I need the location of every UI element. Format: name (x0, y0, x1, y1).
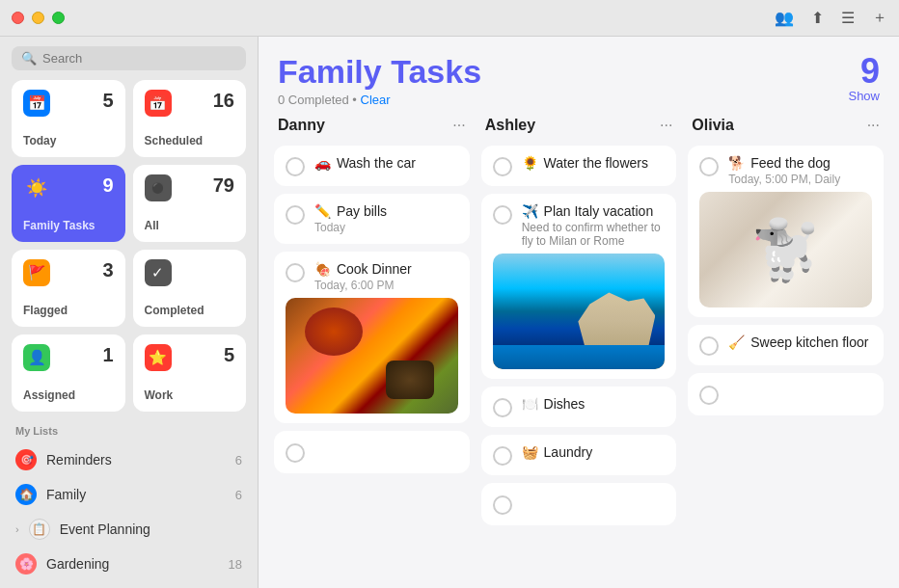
task-laundry[interactable]: 🧺 Laundry (481, 435, 677, 475)
scheduled-icon: 📅 (145, 90, 172, 117)
task-image-cook-dinner (286, 298, 458, 414)
dot-separator: • (352, 93, 360, 107)
task-feed-dog[interactable]: 🐕 Feed the dog Today, 5:00 PM, Daily 🐩 (688, 146, 884, 317)
task-circle-cook-dinner[interactable] (286, 263, 305, 282)
main-header: Family Tasks 0 Completed • Clear 9 Show (259, 37, 899, 117)
scheduled-count: 16 (213, 90, 234, 112)
smart-item-today[interactable]: 📅 5 Today (12, 80, 125, 157)
collab-icon[interactable]: 👥 (775, 9, 794, 27)
task-content-wash-car: 🚗 Wash the car (314, 155, 458, 171)
family-dot: 🏠 (15, 484, 37, 505)
task-circle-feed-dog[interactable] (699, 157, 719, 176)
task-circle-laundry[interactable] (493, 446, 512, 466)
family-name: Family (46, 487, 86, 502)
column-name-danny: Danny (278, 117, 325, 134)
search-icon: 🔍 (21, 51, 37, 66)
family-tasks-icon: ☀️ (23, 174, 50, 201)
smart-item-all[interactable]: ⚫ 79 All (133, 165, 247, 242)
maximize-button[interactable] (52, 12, 65, 24)
expand-arrow-icon: › (15, 523, 19, 535)
list-item-event-planning[interactable]: › 📋 Event Planning (8, 512, 250, 547)
main-header-right: 9 Show (848, 54, 880, 103)
show-button[interactable]: Show (848, 89, 880, 103)
cook-dinner-emoji: 🍖 (314, 261, 331, 277)
task-image-italy (493, 254, 666, 369)
completed-label-text: Completed (288, 93, 349, 107)
pay-bills-emoji: ✏️ (314, 203, 331, 219)
task-dishes[interactable]: 🍽️ Dishes (481, 387, 677, 427)
task-italy-vacation[interactable]: ✈️ Plan Italy vacation Need to confirm w… (481, 194, 677, 379)
sidebar: 🔍 📅 5 Today 📅 16 Scheduled (0, 37, 259, 588)
task-circle-italy[interactable] (493, 205, 512, 225)
smart-item-completed[interactable]: ✓ Completed (133, 250, 247, 327)
event-planning-name: Event Planning (60, 521, 150, 537)
page-title: Family Tasks (278, 54, 481, 90)
clear-button[interactable]: Clear (361, 93, 391, 107)
smart-item-work[interactable]: ⭐ 5 Work (133, 334, 247, 412)
smart-item-scheduled[interactable]: 📅 16 Scheduled (133, 80, 247, 157)
reminders-name: Reminders (46, 452, 112, 468)
task-circle-empty-ashley[interactable] (493, 495, 512, 515)
task-content-italy: ✈️ Plan Italy vacation Need to confirm w… (522, 203, 666, 248)
smart-item-flagged[interactable]: 🚩 3 Flagged (12, 250, 125, 327)
work-count: 5 (224, 344, 234, 366)
family-tasks-count: 9 (102, 174, 113, 197)
today-icon: 📅 (23, 90, 50, 117)
completed-icon: ✓ (145, 259, 172, 286)
column-more-olivia[interactable]: ··· (867, 117, 880, 134)
assigned-icon: 👤 (23, 344, 50, 371)
dishes-emoji: 🍽️ (522, 396, 538, 412)
task-circle-empty-olivia[interactable] (699, 386, 719, 405)
completed-status: 0 Completed • Clear (278, 93, 481, 107)
list-item-family[interactable]: 🏠 Family 6 (8, 477, 250, 512)
column-more-danny[interactable]: ··· (452, 117, 465, 134)
task-content-cook-dinner: 🍖 Cook Dinner Today, 6:00 PM (314, 261, 412, 292)
close-button[interactable] (12, 12, 24, 24)
task-circle-empty-danny[interactable] (286, 443, 305, 463)
minimize-button[interactable] (32, 12, 44, 24)
smart-lists: 📅 5 Today 📅 16 Scheduled ☀️ 9 Family (0, 80, 258, 421)
task-title-feed-dog: 🐕 Feed the dog (728, 155, 840, 171)
task-circle-dishes[interactable] (493, 398, 512, 417)
smart-item-family-tasks[interactable]: ☀️ 9 Family Tasks (12, 165, 125, 242)
completed-label: Completed (145, 304, 235, 317)
app-body: 🔍 📅 5 Today 📅 16 Scheduled (0, 37, 899, 588)
task-title-sweep: 🧹 Sweep kitchen floor (728, 334, 872, 350)
column-header-danny: Danny ··· (274, 117, 470, 138)
list-view-icon[interactable]: ☰ (841, 9, 855, 27)
all-count: 79 (213, 174, 234, 197)
list-items: 🎯 Reminders 6 🏠 Family 6 › 📋 Event Plann… (0, 442, 258, 588)
list-item-reminders[interactable]: 🎯 Reminders 6 (8, 442, 250, 477)
share-icon[interactable]: ⬆ (811, 9, 824, 27)
column-name-olivia: Olivia (692, 117, 734, 134)
task-sweep-kitchen[interactable]: 🧹 Sweep kitchen floor (688, 325, 884, 365)
task-title-laundry: 🧺 Laundry (522, 444, 666, 460)
task-content-sweep: 🧹 Sweep kitchen floor (728, 334, 872, 350)
task-circle-sweep[interactable] (699, 336, 719, 356)
task-circle-pay-bills[interactable] (286, 205, 305, 225)
completed-count-text: 0 (278, 93, 285, 107)
task-content-feed-dog: 🐕 Feed the dog Today, 5:00 PM, Daily (728, 155, 840, 186)
reminders-count: 6 (235, 453, 242, 468)
task-wash-car[interactable]: 🚗 Wash the car (274, 146, 470, 186)
search-input[interactable] (42, 51, 236, 66)
task-pay-bills[interactable]: ✏️ Pay bills Today (274, 194, 470, 244)
show-count: 9 (860, 54, 880, 89)
task-title-water-flowers: 🌻 Water the flowers (522, 155, 666, 171)
list-item-plants[interactable]: 🌿 Plants to get 4 (8, 581, 250, 588)
add-task-icon[interactable]: ＋ (872, 8, 887, 28)
smart-item-assigned[interactable]: 👤 1 Assigned (12, 334, 125, 412)
column-more-ashley[interactable]: ··· (660, 117, 672, 134)
task-circle-water-flowers[interactable] (493, 157, 512, 176)
gardening-count: 18 (229, 557, 242, 572)
task-circle-wash-car[interactable] (286, 157, 305, 176)
task-cook-dinner[interactable]: 🍖 Cook Dinner Today, 6:00 PM (274, 252, 470, 423)
italy-emoji: ✈️ (522, 203, 538, 219)
reminders-dot: 🎯 (15, 449, 37, 470)
flagged-label: Flagged (23, 304, 114, 317)
task-water-flowers[interactable]: 🌻 Water the flowers (481, 146, 677, 186)
search-bar[interactable]: 🔍 (12, 46, 246, 70)
laundry-emoji: 🧺 (522, 444, 538, 460)
list-item-gardening[interactable]: 🌸 Gardening 18 (8, 547, 250, 581)
column-header-ashley: Ashley ··· (481, 117, 677, 138)
